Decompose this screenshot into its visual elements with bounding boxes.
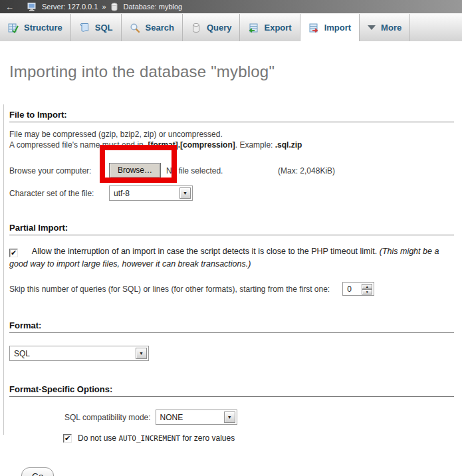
tabbar-filler [410,14,462,41]
skip-queries-stepper[interactable]: 0 ▲ ▼ [342,282,374,296]
no-file-text: No file selected. [166,166,278,176]
sql-compatibility-value: NONE [158,413,183,422]
max-size-text: (Max: 2,048KiB) [278,166,335,176]
tab-structure[interactable]: Structure [0,14,71,41]
tab-label: More [381,23,402,33]
auto-increment-checkbox[interactable]: ✔ [63,434,72,443]
section-heading-format-options: Format-Specific Options: [9,384,454,397]
structure-icon [8,23,19,33]
stepper-down-icon[interactable]: ▼ [362,289,372,295]
breadcrumb-database[interactable]: Database: myblog [124,3,183,11]
browse-button[interactable]: Browse… [109,163,161,178]
breadcrumb-bar: ← Server: 127.0.0.1 » Database: myblog [0,0,462,13]
allow-interruption-label: Allow the interruption of an import in c… [32,247,380,256]
dropdown-arrow-icon[interactable]: ▼ [136,348,147,359]
allow-interruption-row: ✔ Allow the interruption of an import in… [9,245,455,271]
browse-label: Browse your computer: [9,166,109,176]
dropdown-arrow-icon[interactable]: ▼ [224,412,235,423]
charset-label: Character set of the file: [9,189,109,198]
tab-export[interactable]: Export [240,14,300,41]
compression-line: File may be compressed (gzip, bzip2, zip… [9,129,455,140]
browse-row: Browse your computer: Browse… No file se… [9,163,455,178]
format-select[interactable]: SQL ▼ [9,346,149,361]
sql-compatibility-select[interactable]: NONE ▼ [156,410,237,425]
tab-label: Import [324,23,351,33]
tab-label: Query [207,23,232,33]
file-import-description: File may be compressed (gzip, bzip2, zip… [9,129,455,150]
tab-label: SQL [95,23,113,33]
tab-more[interactable]: More [360,14,410,41]
search-icon [130,23,140,33]
tab-search[interactable]: Search [122,14,183,41]
naming-line: A compressed file's name must end in .[f… [9,140,455,150]
page-title: Importing into the database "myblog" [9,62,455,81]
chevron-down-icon [368,25,376,30]
charset-row: Character set of the file: utf-8 ▼ [9,185,455,201]
skip-queries-row: Skip this number of queries (for SQL) or… [9,282,455,296]
import-icon [308,23,319,33]
allow-interruption-checkbox[interactable]: ✔ [9,249,18,257]
skip-queries-label: Skip this number of queries (for SQL) or… [9,285,330,294]
back-arrow-icon[interactable]: ← [5,2,14,12]
tab-label: Structure [24,23,62,33]
breadcrumb-separator: » [102,3,106,11]
charset-select[interactable]: utf-8 ▼ [109,185,193,201]
section-heading-partial-import: Partial Import: [9,223,454,235]
stepper-buttons: ▲ ▼ [362,284,372,295]
skip-queries-value: 0 [344,285,362,294]
tab-label: Export [264,23,291,33]
main-content: Importing into the database "myblog" Fil… [0,62,462,476]
format-select-value: SQL [11,349,30,358]
query-icon [191,23,201,33]
content-left-border [3,104,4,435]
server-icon [27,3,37,11]
export-icon [248,23,259,33]
stepper-up-icon[interactable]: ▲ [362,284,372,289]
auto-increment-row: ✔ Do not use AUTO_INCREMENT for zero val… [63,433,455,443]
database-icon [110,3,118,11]
breadcrumb-server[interactable]: Server: 127.0.0.1 [42,3,98,11]
sql-compatibility-label: SQL compatibility mode: [64,413,151,422]
tab-bar: Structure SQL Search Query Export Import… [0,13,462,41]
charset-select-value: utf-8 [111,189,130,198]
tab-sql[interactable]: SQL [71,14,122,41]
tab-query[interactable]: Query [183,14,241,41]
auto-increment-code: AUTO_INCREMENT [118,434,180,443]
go-button[interactable]: Go [21,467,54,476]
auto-increment-label: Do not use AUTO_INCREMENT for zero value… [78,433,235,443]
dropdown-arrow-icon[interactable]: ▼ [179,187,191,199]
tab-label: Search [146,23,174,33]
section-heading-file-to-import: File to Import: [9,110,454,122]
sql-compatibility-row: SQL compatibility mode: NONE ▼ [64,410,455,425]
tab-import[interactable]: Import [300,14,360,41]
section-heading-format: Format: [9,320,454,333]
sql-icon [79,23,90,33]
